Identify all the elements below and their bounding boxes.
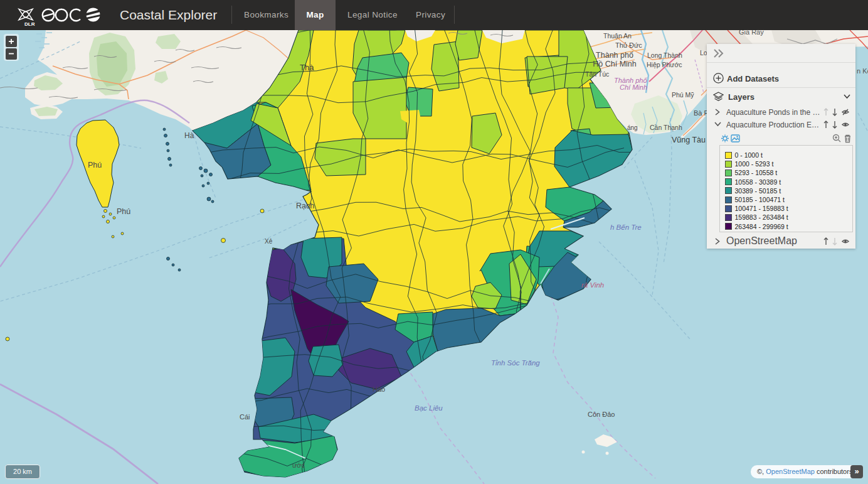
svg-text:Thủ Đức: Thủ Đức [615, 41, 642, 49]
svg-text:rà Vinh: rà Vinh [581, 281, 604, 289]
svg-text:Bạc Liêu: Bạc Liêu [415, 404, 443, 412]
svg-text:Hiệp Phước: Hiệp Phước [647, 61, 682, 68]
svg-text:Cần Thạnh: Cần Thạnh [650, 124, 682, 131]
svg-text:Cái: Cái [240, 413, 250, 421]
svg-text:Hào: Hào [373, 385, 385, 393]
svg-text:n Kê: n Kê [857, 67, 868, 75]
svg-text:Thành phố: Thành phố [596, 51, 633, 60]
svg-text:Xẻ: Xẻ [265, 238, 273, 245]
svg-text:Tân Túc: Tân Túc [585, 70, 609, 78]
svg-text:Chí Minh: Chí Minh [620, 83, 647, 91]
svg-text:Tỉnh Sóc Trăng: Tỉnh Sóc Trăng [491, 359, 540, 367]
svg-text:Rạch: Rạch [296, 202, 314, 210]
svg-text:Phú: Phú [88, 161, 102, 169]
svg-text:Phú Mỹ: Phú Mỹ [672, 91, 694, 99]
svg-text:Hồ Chí Minh: Hồ Chí Minh [593, 60, 637, 68]
svg-text:Long Thành: Long Thành [647, 51, 682, 59]
svg-text:Thà: Thà [300, 63, 314, 72]
svg-text:Gia Ray: Gia Ray [739, 30, 764, 36]
svg-text:h Bến Tre: h Bến Tre [610, 223, 642, 231]
svg-text:Côn Đảo: Côn Đảo [588, 411, 615, 418]
svg-text:DLR: DLR [24, 21, 35, 26]
svg-text:Phú: Phú [117, 207, 130, 216]
svg-text:Vũng Tàu: Vũng Tàu [672, 136, 706, 144]
svg-text:Thuận An: Thuận An [603, 32, 632, 40]
svg-text:Hà: Hà [184, 131, 194, 140]
svg-text:áng: áng [627, 124, 638, 131]
svg-text:ước: ước [292, 461, 305, 469]
